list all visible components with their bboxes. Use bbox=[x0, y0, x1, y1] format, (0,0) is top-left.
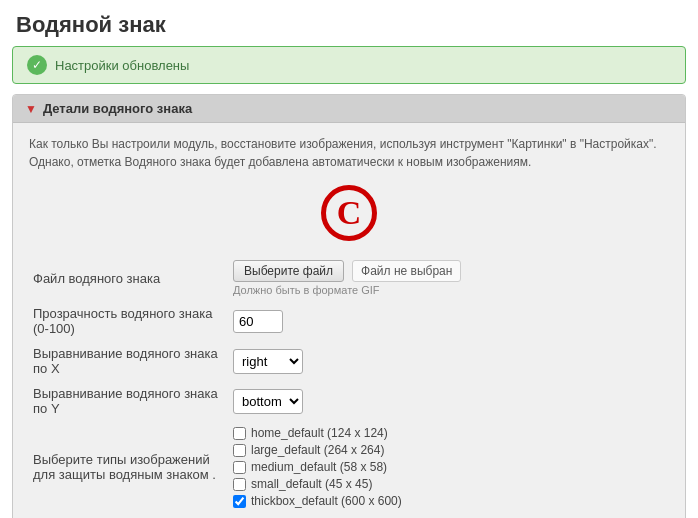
checkbox-small-default-label: small_default (45 x 45) bbox=[251, 477, 372, 491]
transparency-row: Прозрачность водяного знака (0-100) bbox=[29, 301, 669, 341]
checkbox-small-default-input[interactable] bbox=[233, 478, 246, 491]
section-body: Как только Вы настроили модуль, восстано… bbox=[13, 123, 685, 518]
file-no-selected: Файл не выбран bbox=[352, 260, 461, 282]
checkbox-home-default-label: home_default (124 x 124) bbox=[251, 426, 388, 440]
transparency-label: Прозрачность водяного знака (0-100) bbox=[29, 301, 229, 341]
section-header: ▼ Детали водяного знака bbox=[13, 95, 685, 123]
checkbox-thickbox-default-input[interactable] bbox=[233, 495, 246, 508]
align-x-select[interactable]: left center right bbox=[233, 349, 303, 374]
copyright-circle: C bbox=[321, 185, 377, 241]
transparency-cell bbox=[229, 301, 669, 341]
align-y-cell: top middle bottom bbox=[229, 381, 669, 421]
file-choose-button[interactable]: Выберите файл bbox=[233, 260, 344, 282]
align-x-row: Выравнивание водяного знака по X left ce… bbox=[29, 341, 669, 381]
checkbox-thickbox-default[interactable]: thickbox_default (600 x 600) bbox=[233, 494, 665, 508]
checkbox-large-default[interactable]: large_default (264 x 264) bbox=[233, 443, 665, 457]
section-header-icon: ▼ bbox=[25, 102, 37, 116]
types-row: Выберите типы изображений для защиты вод… bbox=[29, 421, 669, 513]
transparency-input[interactable] bbox=[233, 310, 283, 333]
section-box: ▼ Детали водяного знака Как только Вы на… bbox=[12, 94, 686, 518]
checkboxes-group: home_default (124 x 124) large_default (… bbox=[233, 426, 665, 508]
types-label: Выберите типы изображений для защиты вод… bbox=[29, 421, 229, 513]
file-row-tr: Файл водяного знака Выберите файл Файл н… bbox=[29, 255, 669, 301]
checkbox-thickbox-default-label: thickbox_default (600 x 600) bbox=[251, 494, 402, 508]
success-icon: ✓ bbox=[27, 55, 47, 75]
checkbox-medium-default-label: medium_default (58 x 58) bbox=[251, 460, 387, 474]
copyright-logo: C bbox=[29, 185, 669, 241]
align-y-row: Выравнивание водяного знака по Y top mid… bbox=[29, 381, 669, 421]
align-x-label: Выравнивание водяного знака по X bbox=[29, 341, 229, 381]
checkbox-home-default[interactable]: home_default (124 x 124) bbox=[233, 426, 665, 440]
page-title: Водяной знак bbox=[0, 0, 698, 46]
success-message: Настройки обновлены bbox=[55, 58, 189, 73]
gif-hint: Должно быть в формате GIF bbox=[233, 284, 665, 296]
align-y-select[interactable]: top middle bottom bbox=[233, 389, 303, 414]
align-y-label: Выравнивание водяного знака по Y bbox=[29, 381, 229, 421]
checkbox-home-default-input[interactable] bbox=[233, 427, 246, 440]
info-text: Как только Вы настроили модуль, восстано… bbox=[29, 135, 669, 171]
checkbox-medium-default-input[interactable] bbox=[233, 461, 246, 474]
file-label: Файл водяного знака bbox=[29, 255, 229, 301]
checkbox-large-default-input[interactable] bbox=[233, 444, 246, 457]
checkbox-large-default-label: large_default (264 x 264) bbox=[251, 443, 384, 457]
section-header-label: Детали водяного знака bbox=[43, 101, 192, 116]
success-banner: ✓ Настройки обновлены bbox=[12, 46, 686, 84]
types-cell: home_default (124 x 124) large_default (… bbox=[229, 421, 669, 513]
checkbox-small-default[interactable]: small_default (45 x 45) bbox=[233, 477, 665, 491]
checkbox-medium-default[interactable]: medium_default (58 x 58) bbox=[233, 460, 665, 474]
file-cell: Выберите файл Файл не выбран Должно быть… bbox=[229, 255, 669, 301]
align-x-cell: left center right bbox=[229, 341, 669, 381]
